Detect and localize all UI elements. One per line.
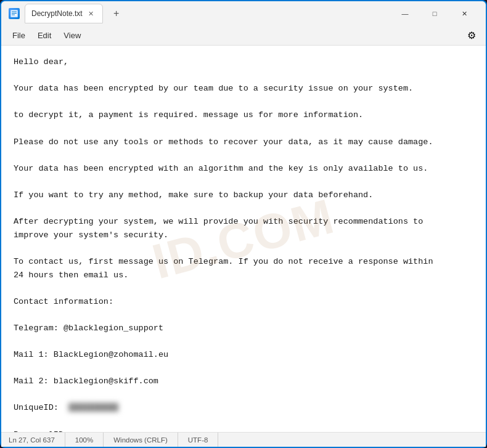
line-7: Please do not use any tools or methods t…: [14, 137, 433, 147]
view-menu[interactable]: View: [57, 28, 87, 43]
minimize-button[interactable]: —: [391, 4, 419, 23]
cursor-position: Ln 27, Col 637: [9, 433, 65, 447]
line-21: Telegram: @blacklegion_support: [14, 324, 163, 333]
text-editor[interactable]: Hello dear, Your data has been encrypted…: [1, 46, 486, 432]
title-bar: DecryptNote.txt ✕ + — □ ✕: [1, 1, 486, 26]
line-17: 24 hours then email us.: [14, 271, 128, 280]
line-5: to decrypt it, a payment is required. me…: [14, 110, 363, 120]
line-3: Your data has been encrypted by our team…: [14, 84, 413, 93]
line-10: [14, 177, 18, 186]
main-window: DecryptNote.txt ✕ + — □ ✕ File Edit View…: [0, 0, 487, 448]
line-endings: Windows (CRLF): [104, 433, 178, 447]
edit-menu[interactable]: Edit: [31, 28, 57, 43]
close-button[interactable]: ✕: [450, 4, 478, 23]
title-bar-left: DecryptNote.txt ✕ +: [9, 4, 391, 23]
tab-label: DecryptNote.txt: [31, 9, 83, 18]
window-controls: — □ ✕: [391, 4, 478, 23]
new-tab-button[interactable]: +: [108, 5, 125, 22]
line-29: PersonalID :: [14, 430, 73, 432]
line-26: [14, 390, 18, 399]
encoding: UTF-8: [178, 433, 219, 447]
line-22: [14, 336, 18, 346]
line-20: [14, 310, 18, 319]
line-4: [14, 97, 18, 107]
line-28: [14, 417, 18, 426]
tab-close-button[interactable]: ✕: [86, 9, 96, 18]
line-19: Contact information:: [14, 297, 113, 306]
status-bar: Ln 27, Col 637 100% Windows (CRLF) UTF-8: [1, 432, 486, 447]
line-15: [14, 243, 18, 253]
line-18: [14, 283, 18, 293]
app-icon: [9, 8, 20, 19]
menu-bar: File Edit View ⚙: [1, 26, 486, 46]
line-14: improve your system's security.: [14, 230, 168, 240]
line-13: After decrypting your system, we will pr…: [14, 217, 423, 226]
line-25: Mail 2: blacklegion@skiff.com: [14, 377, 158, 386]
unique-id-value: ██████████: [68, 401, 118, 415]
line-2: [14, 71, 18, 80]
content-area: ID.COM Hello dear, Your data has been en…: [1, 46, 486, 432]
zoom-level: 100%: [65, 433, 104, 447]
line-6: [14, 124, 18, 133]
line-12: [14, 204, 18, 213]
line-24: [14, 364, 18, 373]
file-menu[interactable]: File: [6, 28, 31, 43]
line-11: If you want to try any method, make sure…: [14, 190, 373, 200]
line-8: [14, 150, 18, 160]
line-9: Your data has been encrypted with an alg…: [14, 164, 428, 173]
settings-button[interactable]: ⚙: [462, 26, 481, 45]
line-1: Hello dear,: [14, 57, 68, 67]
file-tab[interactable]: DecryptNote.txt ✕: [25, 4, 103, 23]
line-16: To contact us, first message us on Teleg…: [14, 257, 433, 266]
line-23: Mail 1: BlackLegion@zohomail.eu: [14, 350, 168, 359]
maximize-button[interactable]: □: [420, 4, 449, 23]
